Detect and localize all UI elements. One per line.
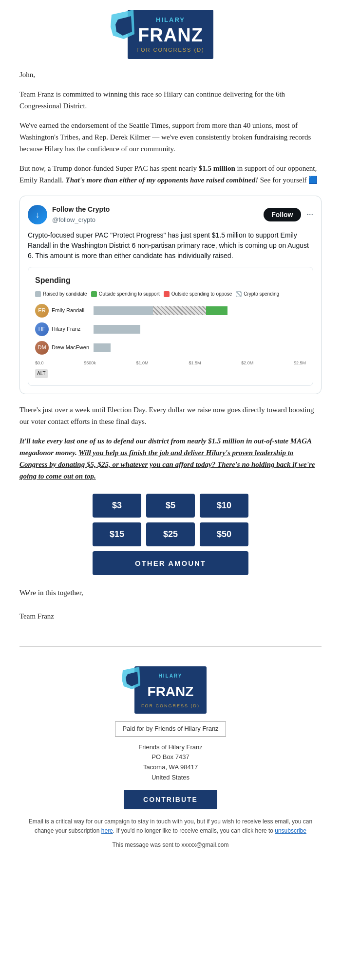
legend-oppose-label: Outside spending to oppose [171, 290, 232, 298]
paragraph-body2-1: There's just over a week until Election … [19, 404, 322, 427]
legend-support: Outside spending to support [91, 290, 160, 298]
legend-oppose-box [164, 291, 170, 297]
legend-crypto-label: Crypto spending [244, 290, 279, 298]
sign-off: We're in this together, Team Franz [19, 587, 322, 622]
legend-support-label: Outside spending to support [99, 290, 160, 298]
footer-legal-mid: . If you'd no longer like to receive ema… [113, 827, 275, 834]
legend-raised-label: Raised by candidate [43, 290, 87, 298]
logo-wrapper: HILARY FRANZ FOR CONGRESS (D) [128, 10, 213, 59]
axis-2m: $2.0M [241, 360, 253, 366]
donate-15-button[interactable]: $15 [93, 522, 141, 546]
footer-logo-state: HILARY [159, 673, 183, 679]
chart-title: Spending [35, 274, 306, 287]
legend-raised: Raised by candidate [35, 290, 87, 298]
email-container: HILARY FRANZ FOR CONGRESS (D) John, Team… [0, 0, 341, 860]
footer-wa-icon [121, 665, 141, 690]
footer-here-link-1[interactable]: here [101, 827, 113, 834]
address-line2: PO Box 7437 [152, 753, 189, 760]
legend-oppose: Outside spending to oppose [164, 290, 232, 298]
donation-grid: $3 $5 $10 [19, 494, 322, 518]
tweet-avatar: ↓ [28, 205, 47, 224]
logo-name: FRANZ [136, 25, 205, 46]
paragraph-1: Team Franz is committed to winning this … [19, 88, 322, 112]
candidate-name-emily: Emily Randall [52, 306, 91, 315]
donate-5-button[interactable]: $5 [146, 494, 195, 518]
legend-raised-box [35, 291, 41, 297]
donation-grid-2: $15 $25 $50 [19, 522, 322, 546]
chart-axis: $0.0 $500k $1.0M $1.5M $2.0M $2.5M [35, 360, 306, 366]
footer-address: Friends of Hilary Franz PO Box 7437 Taco… [19, 742, 322, 783]
bar-emily-crypto [153, 306, 206, 315]
address-line4: United States [152, 774, 189, 781]
paragraph-3: But now, a Trump donor-funded Super PAC … [19, 162, 322, 186]
paid-by-box: Paid for by Friends of Hilary Franz [19, 721, 322, 742]
alt-badge: ALT [35, 367, 306, 379]
legend-support-box [91, 291, 97, 297]
donation-section: $3 $5 $10 $15 $25 $50 OTHER AMOUNT [19, 494, 322, 575]
address-line3: Tacoma, WA 98417 [143, 763, 198, 771]
donate-50-button[interactable]: $50 [200, 522, 248, 546]
chart-rows: ER Emily Randall HF Hilary Franz [35, 304, 306, 355]
donate-10-button[interactable]: $10 [200, 494, 248, 518]
chart-legend: Raised by candidate Outside spending to … [35, 290, 306, 298]
paragraph-2: We've earned the endorsement of the Seat… [19, 120, 322, 155]
body-content: John, Team Franz is committed to winning… [0, 64, 341, 631]
avatar-hilary: HF [35, 322, 49, 336]
contribute-button[interactable]: CONTRIBUTE [124, 790, 217, 809]
wa-state-icon [109, 7, 136, 41]
footer-logo-name: FRANZ [141, 681, 200, 703]
chart-row-hilary: HF Hilary Franz [35, 322, 306, 336]
tweet-name: Follow the Crypto [52, 204, 110, 215]
tweet-text: Crypto-focused super PAC "Protect Progre… [28, 230, 313, 261]
avatar-drew: DM [35, 341, 49, 355]
sign-off-line2: Team Franz [19, 610, 322, 622]
bar-emily-support [206, 306, 227, 315]
axis-2-5m: $2.5M [294, 360, 306, 366]
footer-sent: This message was sent to xxxxx@gmail.com [19, 840, 322, 850]
other-amount-button[interactable]: OTHER AMOUNT [93, 551, 248, 575]
axis-0: $0.0 [35, 360, 44, 366]
spending-chart: Spending Raised by candidate Outside spe… [28, 267, 313, 386]
chart-row-emily: ER Emily Randall [35, 304, 306, 318]
axis-500k: $500k [84, 360, 96, 366]
tweet-dots-menu[interactable]: ··· [307, 208, 314, 222]
divider [19, 646, 322, 647]
legend-crypto: Crypto spending [236, 290, 279, 298]
axis-1-5m: $1.5M [189, 360, 201, 366]
footer-unsubscribe-link[interactable]: unsubscribe [275, 827, 306, 834]
logo-state: HILARY [156, 16, 185, 23]
header: HILARY FRANZ FOR CONGRESS (D) [0, 0, 341, 64]
tweet-follow-button[interactable]: Follow [264, 208, 301, 221]
logo-subtitle: FOR CONGRESS (D) [136, 46, 205, 55]
axis-1m: $1.0M [136, 360, 149, 366]
address-line1: Friends of Hilary Franz [138, 743, 202, 751]
tweet-card: ↓ Follow the Crypto @follow_crypto Follo… [19, 196, 322, 394]
donate-3-button[interactable]: $3 [93, 494, 141, 518]
tweet-author: ↓ Follow the Crypto @follow_crypto [28, 204, 110, 225]
candidate-name-drew: Drew MacEwen [52, 343, 91, 352]
salutation: John, [19, 69, 322, 80]
footer-logo-subtitle: FOR CONGRESS (D) [141, 702, 200, 709]
p3-italic: That's more than either of my opponents … [66, 176, 258, 184]
tweet-author-info: Follow the Crypto @follow_crypto [52, 204, 110, 225]
candidate-name-hilary: Hilary Franz [52, 325, 91, 334]
bar-hilary-raised [94, 325, 140, 334]
bar-emily-raised [94, 306, 153, 315]
footer-logo-box: HILARY FRANZ FOR CONGRESS (D) [134, 666, 207, 714]
sign-off-line1: We're in this together, [19, 587, 322, 599]
header-logo: HILARY FRANZ FOR CONGRESS (D) [128, 10, 213, 59]
callout-paragraph: It'll take every last one of us to defen… [19, 435, 322, 482]
paid-by-text: Paid for by Friends of Hilary Franz [115, 721, 226, 737]
chart-row-drew: DM Drew MacEwen [35, 341, 306, 355]
tweet-handle: @follow_crypto [52, 215, 110, 225]
p3-pre: But now, a Trump donor-funded Super PAC … [19, 164, 199, 172]
footer-legal: Email is a critical way for our campaign… [19, 817, 322, 836]
footer-logo: HILARY FRANZ FOR CONGRESS (D) [19, 666, 322, 714]
avatar-emily: ER [35, 304, 49, 318]
bar-drew [94, 343, 306, 352]
bar-emily [94, 306, 306, 315]
bar-hilary [94, 325, 306, 334]
tweet-header: ↓ Follow the Crypto @follow_crypto Follo… [28, 204, 313, 225]
donate-25-button[interactable]: $25 [146, 522, 195, 546]
legend-crypto-box [236, 291, 242, 297]
